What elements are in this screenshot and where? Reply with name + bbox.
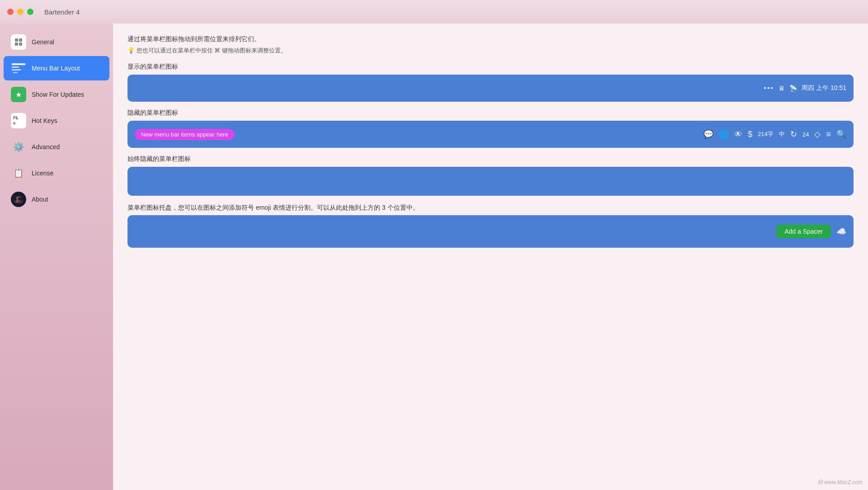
general-icon [11, 34, 26, 50]
minimize-button[interactable] [17, 9, 24, 15]
app-version: 4 [74, 8, 80, 16]
visible-menu-icons: ••• 🖥 📡 周四 上午 10:51 [764, 84, 846, 92]
eye-icon: 👁 [734, 130, 742, 139]
always-hidden-panel [127, 167, 854, 196]
app-title: Bartender 4 [44, 8, 80, 16]
visible-section-label: 显示的菜单栏图标 [127, 63, 854, 71]
search-icon: 🔍 [836, 129, 846, 139]
svg-rect-3 [19, 42, 22, 46]
menubar-icon [11, 61, 26, 76]
spacer-tray-panel: Add a Spacer ☁️ [127, 215, 854, 248]
dots-icon: ••• [764, 84, 774, 92]
globe-icon: 🌐 [719, 129, 729, 139]
sidebar-label-menubar: Menu Bar Layout [32, 65, 80, 72]
svg-text:⌘: ⌘ [13, 121, 16, 126]
app-name: Bartender [44, 8, 74, 16]
about-icon: 🎩 [11, 192, 26, 207]
copyright-icon: Ⓜ [817, 479, 823, 485]
traffic-lights [7, 9, 33, 15]
char-count-badge: 214字 [758, 130, 774, 138]
chat-icon: 💬 [703, 129, 713, 139]
visible-bar-panel: ••• 🖥 📡 周四 上午 10:51 [127, 75, 854, 102]
sidebar-item-general[interactable]: General [4, 30, 109, 54]
sidebar-item-about[interactable]: 🎩 About [4, 187, 109, 212]
spacer-description: 菜单栏图标托盘，您可以在图标之间添加符号 emoji 表情进行分割。可以从此处拖… [127, 203, 854, 212]
stripe-icon: ≡ [826, 130, 831, 139]
svg-rect-4 [12, 63, 25, 65]
close-button[interactable] [7, 9, 14, 15]
main-content: 通过将菜单栏图标拖动到所需位置来排列它们。 💡 您也可以通过在菜单栏中按住 ⌘ … [113, 24, 868, 490]
svg-rect-7 [13, 72, 18, 73]
sidebar-label-updates: Show For Updates [32, 91, 84, 98]
skype-icon: $ [748, 130, 752, 139]
sidebar-item-menubar[interactable]: Menu Bar Layout [4, 56, 109, 80]
menu-bar-time: 周四 上午 10:51 [802, 84, 846, 92]
footnote: Ⓜ www.MacZ.com [817, 479, 863, 486]
sidebar-label-license: License [32, 170, 53, 177]
title-bar: Bartender 4 [0, 0, 868, 24]
svg-rect-0 [15, 38, 18, 42]
lang-badge: 中 [779, 130, 785, 138]
wifi-icon: 📡 [789, 85, 797, 92]
sidebar-item-updates[interactable]: ★ Show For Updates [4, 82, 109, 107]
maximize-button[interactable] [27, 9, 33, 15]
sidebar-label-general: General [32, 38, 54, 46]
hidden-bar-panel: New menu bar items appear here 💬 🌐 👁 $ 2… [127, 121, 854, 148]
instruction-line2: 💡 您也可以通过在菜单栏中按住 ⌘ 键拖动图标来调整位置。 [127, 47, 854, 55]
always-hidden-label: 始终隐藏的菜单栏图标 [127, 155, 854, 163]
app-container: General Menu Bar Layout ★ Show For Updat… [0, 24, 868, 490]
svg-rect-6 [12, 69, 21, 71]
updates-icon: ★ [11, 87, 26, 102]
hotkeys-icon: P& ⌘ [11, 113, 26, 128]
svg-text:P&: P& [13, 116, 18, 120]
sidebar-label-hotkeys: Hot Keys [32, 117, 57, 124]
spacer-cloud-icon: ☁️ [836, 226, 846, 236]
sidebar-item-advanced[interactable]: ⚙️ Advanced [4, 135, 109, 159]
svg-rect-1 [19, 38, 22, 42]
sidebar-item-hotkeys[interactable]: P& ⌘ Hot Keys [4, 108, 109, 133]
number-badge: 24 [802, 131, 809, 138]
new-items-badge: New menu bar items appear here [135, 129, 235, 140]
advanced-icon: ⚙️ [11, 139, 26, 155]
hidden-section-label: 隐藏的菜单栏图标 [127, 109, 854, 117]
sidebar-label-about: About [32, 196, 48, 203]
sidebar-label-advanced: Advanced [32, 143, 60, 151]
hidden-bar-icons: 💬 🌐 👁 $ 214字 中 ↻ 24 ◇ ≡ 🔍 [242, 129, 846, 139]
add-spacer-button[interactable]: Add a Spacer [776, 225, 831, 238]
monitor-icon: 🖥 [778, 85, 785, 92]
license-icon: 📋 [11, 165, 26, 181]
svg-rect-2 [15, 42, 18, 46]
sidebar-item-license[interactable]: 📋 License [4, 161, 109, 185]
spinner-icon: ↻ [790, 129, 797, 139]
instruction-line1: 通过将菜单栏图标拖动到所需位置来排列它们。 [127, 34, 854, 44]
diamond-icon: ◇ [814, 129, 821, 139]
svg-rect-5 [12, 66, 19, 68]
sidebar: General Menu Bar Layout ★ Show For Updat… [0, 24, 113, 490]
